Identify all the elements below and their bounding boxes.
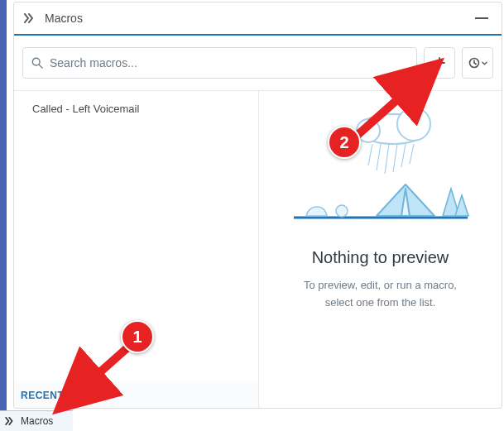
search-input[interactable] bbox=[50, 56, 408, 69]
preview-title: Nothing to preview bbox=[312, 248, 449, 267]
annotation-badge-1: 1 bbox=[121, 320, 154, 353]
svg-line-14 bbox=[410, 144, 414, 164]
taskbar-macros-tab[interactable]: Macros bbox=[0, 410, 73, 431]
svg-line-13 bbox=[401, 144, 406, 167]
annotation-badge-2: 2 bbox=[328, 126, 361, 159]
panel-header: Macros bbox=[14, 2, 502, 36]
search-field[interactable] bbox=[22, 47, 417, 79]
minimize-icon[interactable] bbox=[475, 17, 488, 19]
svg-point-8 bbox=[397, 108, 430, 141]
preview-subtitle: To preview, edit, or run a macro, select… bbox=[304, 277, 457, 312]
empty-state-illustration bbox=[286, 106, 476, 230]
svg-line-10 bbox=[377, 144, 381, 170]
expand-icon bbox=[5, 415, 16, 428]
toolbar bbox=[14, 36, 502, 90]
taskbar-tab-label: Macros bbox=[21, 415, 53, 427]
svg-line-11 bbox=[385, 144, 389, 174]
preview-subtitle-line2: select one from the list. bbox=[325, 296, 436, 309]
panel-title: Macros bbox=[45, 12, 475, 25]
preview-subtitle-line1: To preview, edit, or run a macro, bbox=[304, 279, 457, 291]
content-area: Called - Left Voicemail RECENT bbox=[14, 90, 502, 408]
search-icon bbox=[31, 57, 43, 69]
macros-panel: Macros Called - Left Voicemail RECENT bbox=[13, 2, 502, 409]
expand-icon[interactable] bbox=[24, 12, 36, 26]
plus-icon bbox=[434, 57, 445, 69]
svg-line-12 bbox=[393, 144, 397, 172]
svg-line-9 bbox=[368, 144, 372, 165]
recent-section-label: RECENT bbox=[14, 381, 258, 408]
clock-icon bbox=[468, 57, 480, 69]
chevron-down-icon bbox=[482, 61, 487, 65]
add-macro-button[interactable] bbox=[424, 47, 455, 79]
list-item[interactable]: Called - Left Voicemail bbox=[14, 91, 258, 127]
svg-marker-18 bbox=[455, 195, 468, 216]
svg-line-1 bbox=[39, 65, 42, 68]
macro-list: Called - Left Voicemail RECENT bbox=[14, 91, 259, 408]
recent-dropdown-button[interactable] bbox=[462, 47, 493, 79]
preview-pane: Nothing to preview To preview, edit, or … bbox=[259, 91, 502, 408]
left-sidebar-strip bbox=[0, 0, 7, 431]
svg-point-19 bbox=[336, 205, 348, 217]
